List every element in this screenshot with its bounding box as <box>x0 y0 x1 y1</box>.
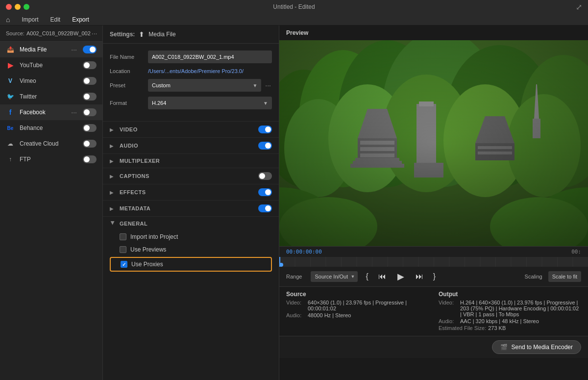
scale-to-fit-button[interactable]: Scale to fit <box>548 271 581 282</box>
window-fullscreen-icon[interactable]: ⤢ <box>576 2 582 12</box>
range-select[interactable]: Source In/Out Entire Source Work Area <box>311 271 358 282</box>
multiplexer-chevron-icon: ▶ <box>110 158 116 164</box>
use-previews-checkbox[interactable] <box>120 246 126 253</box>
use-previews-row: Use Previews <box>110 243 272 256</box>
filename-input[interactable] <box>148 51 272 63</box>
vimeo-toggle[interactable] <box>83 77 97 85</box>
section-multiplexer[interactable]: ▶ MULTIPLEXER <box>103 153 279 168</box>
section-general[interactable]: ▶ GENERAL <box>103 216 279 230</box>
twitter-toggle[interactable] <box>83 93 97 101</box>
effects-section-label: EFFECTS <box>120 189 254 195</box>
sidebar-item-twitter[interactable]: 🐦 Twitter <box>0 89 102 104</box>
minimize-button[interactable] <box>15 4 21 10</box>
sidebar-item-youtube[interactable]: ▶ YouTube <box>0 57 102 73</box>
output-filesize-label: Estimated File Size: <box>439 325 486 331</box>
transport-prev-frame-button[interactable]: ⏮ <box>376 271 388 282</box>
creative-cloud-toggle[interactable] <box>83 140 97 148</box>
multiplexer-section-label: MULTIPLEXER <box>120 158 272 164</box>
sidebar-source: Source: A002_C018_0922BW_002 ··· <box>0 25 102 42</box>
sidebar-source-more[interactable]: ··· <box>91 29 98 37</box>
facebook-dots[interactable]: ··· <box>70 108 78 116</box>
transport-out-button[interactable]: } <box>431 271 438 282</box>
output-video-row: Video: H.264 | 640×360 (1.0) | 23.976 fp… <box>439 300 581 317</box>
sidebar-item-behance-label: Behance <box>20 125 78 131</box>
import-project-label: Import into Project <box>130 233 178 240</box>
location-row: Location /Users/...ents/Adobe/Premiere P… <box>110 68 272 74</box>
preview-header: Preview <box>279 25 588 40</box>
home-menu-item[interactable]: ⌂ <box>4 15 12 25</box>
settings-panel: Settings: ⬆ Media File File Name Locatio… <box>103 25 279 380</box>
section-video[interactable]: ▶ VIDEO <box>103 121 279 137</box>
media-file-toggle[interactable] <box>83 46 97 53</box>
menu-edit[interactable]: Edit <box>48 15 62 24</box>
menu-import[interactable]: Import <box>20 15 40 24</box>
close-button[interactable] <box>6 4 12 10</box>
section-audio[interactable]: ▶ AUDIO <box>103 137 279 153</box>
sidebar-item-media-file[interactable]: 📤 Media File ··· <box>0 42 102 57</box>
section-metadata[interactable]: ▶ METADATA <box>103 200 279 216</box>
source-audio-row: Audio: 48000 Hz | Stereo <box>286 312 429 318</box>
sidebar-item-ftp[interactable]: ↑ FTP <box>0 152 102 167</box>
output-info-col: Output Video: H.264 | 640×360 (1.0) | 23… <box>439 291 581 332</box>
effects-chevron-icon: ▶ <box>110 190 116 195</box>
behance-icon: Be <box>6 124 15 132</box>
format-label: Format <box>110 100 144 106</box>
sidebar-item-vimeo[interactable]: V Vimeo <box>0 73 102 89</box>
captions-section-label: CAPTIONS <box>120 173 254 179</box>
sidebar-item-creative-cloud[interactable]: ☁ Creative Cloud <box>0 136 102 152</box>
title-bar: Untitled - Edited ⤢ <box>0 0 588 14</box>
preset-label: Preset <box>110 82 144 88</box>
audio-section-label: AUDIO <box>120 143 254 149</box>
transport-next-frame-button[interactable]: ⏭ <box>414 271 425 282</box>
sidebar-item-behance[interactable]: Be Behance <box>0 120 102 136</box>
preset-select[interactable]: Custom Match Source High Quality <box>148 79 261 92</box>
format-select[interactable]: H.264 H.265 ProRes DNxHD <box>148 97 272 109</box>
youtube-icon: ▶ <box>6 61 15 70</box>
audio-toggle[interactable] <box>258 142 272 150</box>
import-project-checkbox[interactable] <box>120 233 126 240</box>
section-effects[interactable]: ▶ EFFECTS <box>103 184 279 200</box>
sidebar: Source: A002_C018_0922BW_002 ··· 📤 Media… <box>0 25 103 380</box>
sidebar-source-label: Source: <box>6 30 24 36</box>
metadata-toggle[interactable] <box>258 204 272 212</box>
sidebar-item-media-file-label: Media File <box>20 46 65 53</box>
preset-dots[interactable]: ··· <box>264 81 272 89</box>
ftp-toggle[interactable] <box>83 155 97 163</box>
output-video-value: H.264 | 640×360 (1.0) | 23.976 fps | Pro… <box>460 300 581 317</box>
source-info-title: Source <box>286 291 429 298</box>
sidebar-item-facebook-label: Facebook <box>20 109 65 116</box>
use-proxies-checkbox[interactable] <box>121 261 127 268</box>
transport-play-button[interactable]: ▶ <box>394 270 408 283</box>
sidebar-item-facebook[interactable]: f Facebook ··· <box>0 104 102 120</box>
maximize-button[interactable] <box>24 4 29 10</box>
video-chevron-icon: ▶ <box>110 127 116 132</box>
location-label: Location <box>110 68 144 74</box>
main-layout: Source: A002_C018_0922BW_002 ··· 📤 Media… <box>0 25 588 380</box>
creative-cloud-icon: ☁ <box>6 139 15 148</box>
output-filesize-row: Estimated File Size: 273 KB <box>439 325 581 331</box>
captions-chevron-icon: ▶ <box>110 174 116 179</box>
window-title: Untitled - Edited <box>273 3 315 10</box>
footer: 🎬 Send to Media Encoder <box>279 336 588 358</box>
captions-toggle[interactable] <box>258 172 272 180</box>
youtube-toggle[interactable] <box>83 61 97 69</box>
twitter-icon: 🐦 <box>6 92 15 101</box>
output-audio-row: Audio: AAC | 320 kbps | 48 kHz | Stereo <box>439 318 581 324</box>
facebook-icon: f <box>6 108 15 117</box>
menu-bar: ⌂ Import Edit Export <box>0 14 588 25</box>
send-label: Send to Media Encoder <box>512 344 573 351</box>
menu-export[interactable]: Export <box>70 15 91 24</box>
transport-in-button[interactable]: { <box>364 271 370 282</box>
effects-toggle[interactable] <box>258 188 272 196</box>
behance-toggle[interactable] <box>83 124 97 132</box>
facebook-toggle[interactable] <box>83 108 97 116</box>
settings-label: Settings: <box>110 31 135 38</box>
location-link[interactable]: /Users/...ents/Adobe/Premiere Pro/23.0/ <box>148 68 272 74</box>
range-select-wrapper: Source In/Out Entire Source Work Area ▼ <box>311 271 358 282</box>
section-captions[interactable]: ▶ CAPTIONS <box>103 168 279 184</box>
send-to-encoder-button[interactable]: 🎬 Send to Media Encoder <box>492 340 581 354</box>
video-toggle[interactable] <box>258 126 272 133</box>
timeline-section: 00:00:00:00 00: Range Source In/Out Enti… <box>279 246 588 286</box>
media-file-dots[interactable]: ··· <box>70 46 78 53</box>
timeline-bar[interactable] <box>279 257 588 267</box>
